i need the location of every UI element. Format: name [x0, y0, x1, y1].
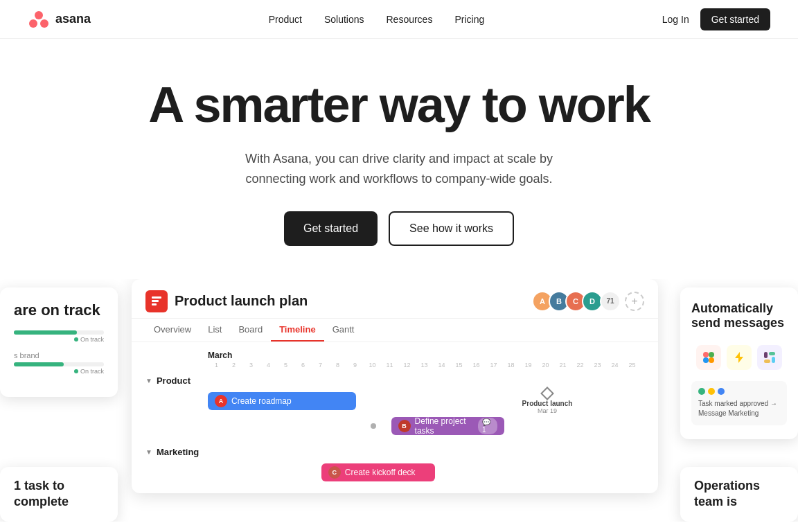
nav-product[interactable]: Product	[269, 14, 302, 25]
svg-point-9	[709, 357, 714, 363]
svg-rect-14	[764, 360, 770, 363]
notif-dot-blue	[718, 388, 725, 395]
asana-logo-icon	[28, 8, 50, 30]
marketing-group-name: Marketing	[157, 447, 199, 457]
product-group-name: Product	[157, 375, 190, 386]
date-18: 18	[502, 362, 520, 369]
header: asana Product Solutions Resources Pricin…	[0, 0, 798, 39]
product-chevron-icon: ▼	[145, 377, 152, 384]
timeline-month: March	[208, 351, 232, 360]
notif-dot-yellow	[708, 388, 715, 395]
milestone-diamond	[540, 387, 554, 400]
task-bar-kickoff-deck[interactable]: C Create kickoff deck	[321, 463, 435, 481]
nav-solutions[interactable]: Solutions	[324, 14, 364, 25]
progress-item-2: s brand On track	[14, 351, 104, 375]
date-3: 3	[242, 362, 260, 369]
main-dashboard-card: Product launch plan A B C D 71 + Overvie…	[132, 279, 658, 493]
milestone-product-launch: Product launch Mar 19	[522, 389, 573, 414]
on-track-card: are on track On track s brand On track	[0, 287, 118, 397]
add-member-button[interactable]: +	[625, 292, 644, 311]
notif-dot-green	[698, 388, 705, 395]
hero-subtitle: With Asana, you can drive clarity and im…	[233, 149, 565, 189]
date-25: 25	[623, 362, 641, 369]
see-how-it-works-button[interactable]: See how it works	[389, 211, 514, 246]
progress-bar-bg-2	[14, 362, 104, 366]
timeline-dates-row: 1 2 3 4 5 6 7 8 9 10 11 12 13 14 15 16 1…	[132, 360, 658, 370]
login-button[interactable]: Log In	[662, 14, 689, 25]
avatars-row: A B C D 71 +	[532, 291, 644, 312]
date-24: 24	[606, 362, 623, 369]
task-avatar-define: B	[398, 420, 411, 432]
timeline-row-kickoff: C Create kickoff deck	[145, 460, 644, 485]
project-title-text: Product launch plan	[175, 293, 308, 309]
date-22: 22	[571, 362, 589, 369]
date-1: 1	[208, 362, 225, 369]
svg-rect-11	[764, 352, 768, 358]
get-started-button[interactable]: Get started	[284, 211, 378, 246]
notification-item: Task marked approved → Message Marketing	[691, 381, 787, 425]
svg-marker-10	[735, 352, 743, 363]
date-11: 11	[381, 362, 398, 369]
card-tabs: Overview List Board Timeline Gantt	[132, 319, 658, 342]
tab-board[interactable]: Board	[230, 319, 271, 342]
integration-icon-slack	[757, 345, 782, 370]
date-15: 15	[450, 362, 468, 369]
timeline-month-row: March	[132, 348, 658, 360]
preview-area: are on track On track s brand On track	[0, 279, 798, 522]
progress-bar-fill-2	[14, 362, 64, 366]
logo-text: asana	[55, 12, 91, 26]
date-2: 2	[225, 362, 242, 369]
integration-icon-lightning	[727, 345, 752, 370]
hero-buttons: Get started See how it works	[28, 211, 770, 246]
nav-pricing[interactable]: Pricing	[454, 14, 484, 25]
svg-point-7	[709, 352, 714, 357]
on-track-dot-2	[74, 369, 78, 373]
svg-rect-5	[152, 303, 157, 305]
date-17: 17	[485, 362, 502, 369]
task-label-kickoff-deck: Create kickoff deck	[345, 468, 416, 477]
svg-point-8	[703, 357, 709, 363]
progress-item-1: On track	[14, 330, 104, 343]
nav-resources[interactable]: Resources	[386, 14, 432, 25]
timeline-track-kickoff: C Create kickoff deck	[208, 463, 644, 482]
hero-section: A smarter way to work With Asana, you ca…	[0, 39, 798, 274]
svg-point-1	[29, 19, 37, 28]
date-19: 19	[520, 362, 537, 369]
on-track-dot-1	[74, 337, 78, 342]
timeline-track-roadmap: A Create roadmap Product launch Mar 19	[208, 391, 644, 411]
svg-point-2	[40, 19, 48, 28]
date-12: 12	[398, 362, 416, 369]
task-label-create-roadmap: Create roadmap	[231, 396, 292, 406]
task-label-define-tasks: Define project tasks	[415, 416, 474, 436]
date-20: 20	[537, 362, 554, 369]
svg-point-6	[703, 352, 709, 357]
notif-header	[698, 388, 780, 395]
timeline-row-define-tasks: B Define project tasks 💬 1	[145, 414, 644, 438]
svg-rect-12	[772, 357, 775, 363]
header-actions: Log In Get started	[662, 8, 770, 30]
tab-list[interactable]: List	[200, 319, 230, 342]
tab-overview[interactable]: Overview	[145, 319, 200, 342]
project-title-row: Product launch plan	[145, 290, 308, 312]
date-16: 16	[468, 362, 485, 369]
marketing-group: ▼ Marketing C Create kickoff deck	[132, 441, 658, 488]
milestone-label: Product launch	[522, 400, 573, 407]
tab-timeline[interactable]: Timeline	[271, 319, 324, 342]
notification-text: Task marked approved → Message Marketing	[698, 399, 780, 418]
notif-dots	[698, 388, 725, 395]
svg-point-0	[35, 11, 43, 19]
progress-status-1: On track	[14, 336, 104, 343]
task-bar-define-tasks[interactable]: B Define project tasks 💬 1	[391, 417, 505, 435]
date-7: 7	[312, 362, 329, 369]
product-group: ▼ Product A Create roadmap	[132, 370, 658, 441]
task-bar-create-roadmap[interactable]: A Create roadmap	[208, 392, 356, 410]
progress-bar-fill-1	[14, 330, 77, 335]
tab-gantt[interactable]: Gantt	[324, 319, 363, 342]
date-8: 8	[329, 362, 346, 369]
date-21: 21	[554, 362, 571, 369]
header-get-started-button[interactable]: Get started	[700, 8, 770, 30]
tasks-to-complete-card: 1 task to complete	[0, 467, 118, 522]
auto-messages-card: Automatically send messages	[680, 287, 798, 439]
date-23: 23	[589, 362, 606, 369]
on-track-title: are on track	[14, 301, 104, 319]
